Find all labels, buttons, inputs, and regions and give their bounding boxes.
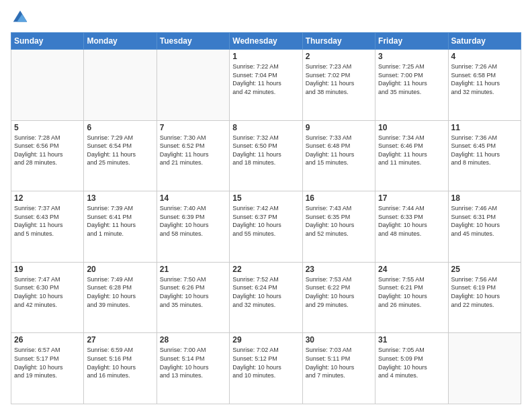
day-info: Sunrise: 7:29 AM Sunset: 6:54 PM Dayligh… xyxy=(87,134,153,167)
weekday-header-wednesday: Wednesday xyxy=(230,33,302,50)
weekday-header-friday: Friday xyxy=(375,33,448,50)
day-info: Sunrise: 7:55 AM Sunset: 6:21 PM Dayligh… xyxy=(378,275,445,309)
day-info: Sunrise: 6:57 AM Sunset: 5:17 PM Dayligh… xyxy=(14,346,81,379)
day-number: 16 xyxy=(306,193,372,203)
day-number: 2 xyxy=(306,52,372,61)
day-info: Sunrise: 7:00 AM Sunset: 5:14 PM Dayligh… xyxy=(160,346,226,379)
day-number: 21 xyxy=(160,265,226,274)
day-info: Sunrise: 7:22 AM Sunset: 7:04 PM Dayligh… xyxy=(232,62,299,96)
day-number: 13 xyxy=(87,193,153,203)
day-info: Sunrise: 7:37 AM Sunset: 6:43 PM Dayligh… xyxy=(14,204,81,238)
week-row-4: 19Sunrise: 7:47 AM Sunset: 6:30 PM Dayli… xyxy=(11,262,521,333)
day-cell-3: 3Sunrise: 7:25 AM Sunset: 7:00 PM Daylig… xyxy=(375,50,448,121)
day-number: 24 xyxy=(378,265,445,274)
day-number: 27 xyxy=(87,335,153,345)
day-info: Sunrise: 7:34 AM Sunset: 6:46 PM Dayligh… xyxy=(378,134,445,167)
day-number: 28 xyxy=(160,335,226,345)
day-number: 25 xyxy=(451,265,518,274)
day-cell-14: 14Sunrise: 7:40 AM Sunset: 6:39 PM Dayli… xyxy=(157,191,229,263)
weekday-header-thursday: Thursday xyxy=(302,33,375,50)
day-info: Sunrise: 7:25 AM Sunset: 7:00 PM Dayligh… xyxy=(378,62,445,96)
day-info: Sunrise: 7:56 AM Sunset: 6:19 PM Dayligh… xyxy=(451,275,518,309)
day-cell-15: 15Sunrise: 7:42 AM Sunset: 6:37 PM Dayli… xyxy=(230,191,302,263)
day-cell-22: 22Sunrise: 7:52 AM Sunset: 6:24 PM Dayli… xyxy=(230,262,302,333)
day-cell-23: 23Sunrise: 7:53 AM Sunset: 6:22 PM Dayli… xyxy=(302,262,375,333)
day-number: 3 xyxy=(378,52,445,61)
day-cell-6: 6Sunrise: 7:29 AM Sunset: 6:54 PM Daylig… xyxy=(84,120,157,191)
weekday-header-sunday: Sunday xyxy=(11,33,84,50)
day-number: 12 xyxy=(14,193,81,203)
day-number: 30 xyxy=(306,335,372,345)
day-info: Sunrise: 7:53 AM Sunset: 6:22 PM Dayligh… xyxy=(306,275,372,309)
day-cell-2: 2Sunrise: 7:23 AM Sunset: 7:02 PM Daylig… xyxy=(302,50,375,121)
day-info: Sunrise: 7:49 AM Sunset: 6:28 PM Dayligh… xyxy=(87,275,153,309)
day-info: Sunrise: 7:30 AM Sunset: 6:52 PM Dayligh… xyxy=(160,134,226,167)
day-cell-4: 4Sunrise: 7:26 AM Sunset: 6:58 PM Daylig… xyxy=(448,50,521,121)
empty-cell xyxy=(11,50,84,121)
day-cell-26: 26Sunrise: 6:57 AM Sunset: 5:17 PM Dayli… xyxy=(11,333,84,404)
day-info: Sunrise: 7:39 AM Sunset: 6:41 PM Dayligh… xyxy=(87,204,153,238)
day-cell-20: 20Sunrise: 7:49 AM Sunset: 6:28 PM Dayli… xyxy=(84,262,157,333)
day-info: Sunrise: 7:05 AM Sunset: 5:09 PM Dayligh… xyxy=(378,346,445,379)
day-info: Sunrise: 7:32 AM Sunset: 6:50 PM Dayligh… xyxy=(232,134,299,167)
day-number: 7 xyxy=(160,123,226,132)
day-info: Sunrise: 7:33 AM Sunset: 6:48 PM Dayligh… xyxy=(306,134,372,167)
day-number: 29 xyxy=(232,335,299,345)
day-cell-24: 24Sunrise: 7:55 AM Sunset: 6:21 PM Dayli… xyxy=(375,262,448,333)
day-cell-29: 29Sunrise: 7:02 AM Sunset: 5:12 PM Dayli… xyxy=(230,333,302,404)
day-cell-18: 18Sunrise: 7:46 AM Sunset: 6:31 PM Dayli… xyxy=(448,191,521,263)
day-info: Sunrise: 7:50 AM Sunset: 6:26 PM Dayligh… xyxy=(160,275,226,309)
day-cell-17: 17Sunrise: 7:44 AM Sunset: 6:33 PM Dayli… xyxy=(375,191,448,263)
day-number: 18 xyxy=(451,193,518,203)
day-info: Sunrise: 7:26 AM Sunset: 6:58 PM Dayligh… xyxy=(451,62,518,96)
day-info: Sunrise: 7:03 AM Sunset: 5:11 PM Dayligh… xyxy=(306,346,372,379)
week-row-1: 1Sunrise: 7:22 AM Sunset: 7:04 PM Daylig… xyxy=(11,50,521,121)
weekday-header-saturday: Saturday xyxy=(448,33,521,50)
day-cell-11: 11Sunrise: 7:36 AM Sunset: 6:45 PM Dayli… xyxy=(448,120,521,191)
day-info: Sunrise: 6:59 AM Sunset: 5:16 PM Dayligh… xyxy=(87,346,153,379)
day-cell-31: 31Sunrise: 7:05 AM Sunset: 5:09 PM Dayli… xyxy=(375,333,448,404)
day-info: Sunrise: 7:42 AM Sunset: 6:37 PM Dayligh… xyxy=(232,204,299,238)
day-info: Sunrise: 7:52 AM Sunset: 6:24 PM Dayligh… xyxy=(232,275,299,309)
day-cell-8: 8Sunrise: 7:32 AM Sunset: 6:50 PM Daylig… xyxy=(230,120,302,191)
day-number: 19 xyxy=(14,265,81,274)
header xyxy=(11,8,521,27)
day-number: 4 xyxy=(451,52,518,61)
day-cell-10: 10Sunrise: 7:34 AM Sunset: 6:46 PM Dayli… xyxy=(375,120,448,191)
day-number: 20 xyxy=(87,265,153,274)
day-info: Sunrise: 7:47 AM Sunset: 6:30 PM Dayligh… xyxy=(14,275,81,309)
day-cell-7: 7Sunrise: 7:30 AM Sunset: 6:52 PM Daylig… xyxy=(157,120,229,191)
day-info: Sunrise: 7:40 AM Sunset: 6:39 PM Dayligh… xyxy=(160,204,226,238)
day-number: 9 xyxy=(306,123,372,132)
day-cell-25: 25Sunrise: 7:56 AM Sunset: 6:19 PM Dayli… xyxy=(448,262,521,333)
day-info: Sunrise: 7:23 AM Sunset: 7:02 PM Dayligh… xyxy=(306,62,372,96)
day-number: 31 xyxy=(378,335,445,345)
day-number: 6 xyxy=(87,123,153,132)
empty-cell xyxy=(84,50,157,121)
day-number: 1 xyxy=(232,52,299,61)
empty-cell xyxy=(157,50,229,121)
day-cell-28: 28Sunrise: 7:00 AM Sunset: 5:14 PM Dayli… xyxy=(157,333,229,404)
day-info: Sunrise: 7:02 AM Sunset: 5:12 PM Dayligh… xyxy=(232,346,299,379)
day-cell-19: 19Sunrise: 7:47 AM Sunset: 6:30 PM Dayli… xyxy=(11,262,84,333)
day-cell-16: 16Sunrise: 7:43 AM Sunset: 6:35 PM Dayli… xyxy=(302,191,375,263)
day-number: 5 xyxy=(14,123,81,132)
day-number: 26 xyxy=(14,335,81,345)
day-number: 22 xyxy=(232,265,299,274)
day-number: 8 xyxy=(232,123,299,132)
week-row-5: 26Sunrise: 6:57 AM Sunset: 5:17 PM Dayli… xyxy=(11,333,521,404)
day-cell-12: 12Sunrise: 7:37 AM Sunset: 6:43 PM Dayli… xyxy=(11,191,84,263)
empty-cell xyxy=(448,333,521,404)
day-info: Sunrise: 7:43 AM Sunset: 6:35 PM Dayligh… xyxy=(306,204,372,238)
day-info: Sunrise: 7:46 AM Sunset: 6:31 PM Dayligh… xyxy=(451,204,518,238)
day-number: 15 xyxy=(232,193,299,203)
page: SundayMondayTuesdayWednesdayThursdayFrid… xyxy=(0,0,532,411)
calendar-table: SundayMondayTuesdayWednesdayThursdayFrid… xyxy=(11,32,521,404)
day-number: 17 xyxy=(378,193,445,203)
day-number: 14 xyxy=(160,193,226,203)
day-cell-27: 27Sunrise: 6:59 AM Sunset: 5:16 PM Dayli… xyxy=(84,333,157,404)
day-cell-30: 30Sunrise: 7:03 AM Sunset: 5:11 PM Dayli… xyxy=(302,333,375,404)
day-cell-5: 5Sunrise: 7:28 AM Sunset: 6:56 PM Daylig… xyxy=(11,120,84,191)
day-number: 23 xyxy=(306,265,372,274)
day-cell-13: 13Sunrise: 7:39 AM Sunset: 6:41 PM Dayli… xyxy=(84,191,157,263)
